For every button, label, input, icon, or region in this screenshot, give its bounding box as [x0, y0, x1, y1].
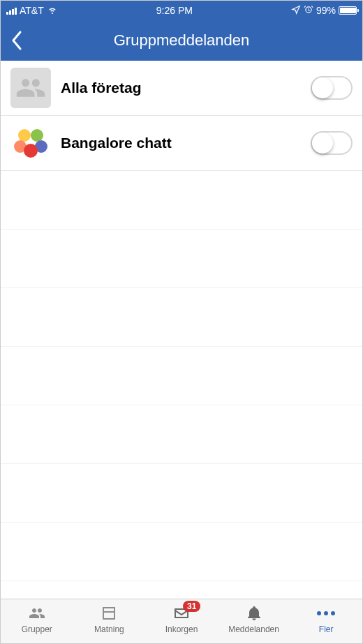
people-icon — [27, 604, 47, 623]
signal-icon — [6, 6, 17, 15]
status-bar: AT&T 9:26 PM 99% — [1, 1, 362, 20]
alarm-icon — [304, 5, 313, 17]
tab-grupper[interactable]: Grupper — [1, 604, 73, 634]
group-avatar-icon — [10, 123, 51, 163]
nav-bar: Gruppmeddelanden — [1, 20, 362, 61]
tab-bar: Grupper Matning 31 Inkorgen Meddelanden … — [1, 599, 362, 643]
group-avatar-icon — [10, 68, 51, 108]
inbox-badge: 31 — [183, 601, 200, 612]
list-separator — [1, 347, 362, 405]
tab-label: Meddelanden — [228, 624, 279, 634]
feed-icon — [99, 604, 119, 623]
group-list: Alla företag Bangalore chatt — [1, 61, 362, 581]
tab-meddelanden[interactable]: Meddelanden — [218, 604, 290, 634]
more-icon — [317, 604, 335, 623]
svg-point-4 — [24, 144, 38, 158]
toggle-knob — [312, 77, 333, 98]
tab-inkorgen[interactable]: 31 Inkorgen — [145, 604, 218, 634]
page-title: Gruppmeddelanden — [1, 31, 362, 50]
group-label: Bangalore chatt — [61, 135, 311, 151]
svg-point-1 — [31, 129, 43, 142]
bell-icon — [246, 604, 262, 623]
toggle-knob — [312, 133, 333, 153]
tab-label: Inkorgen — [165, 624, 198, 634]
tab-label: Fler — [319, 624, 334, 634]
battery-percent: 99% — [316, 5, 336, 16]
tab-fler[interactable]: Fler — [290, 604, 362, 634]
list-separator — [1, 230, 362, 288]
svg-point-0 — [18, 129, 31, 142]
tab-label: Matning — [94, 624, 124, 634]
carrier-label: AT&T — [20, 5, 44, 16]
wifi-icon — [47, 4, 58, 17]
group-row: Bangalore chatt — [1, 116, 362, 171]
location-arrow-icon — [291, 5, 301, 17]
status-left: AT&T — [6, 4, 58, 17]
tab-matning[interactable]: Matning — [73, 604, 146, 634]
group-row: Alla företag — [1, 61, 362, 116]
tab-label: Grupper — [22, 624, 52, 634]
list-separator — [1, 464, 362, 523]
group-label: Alla företag — [61, 80, 311, 96]
status-right: 99% — [291, 5, 357, 17]
battery-icon — [339, 6, 357, 15]
group-toggle[interactable] — [311, 76, 353, 100]
list-separator — [1, 523, 362, 581]
list-separator — [1, 171, 362, 230]
chevron-left-icon — [10, 30, 24, 51]
group-toggle[interactable] — [311, 131, 353, 155]
back-button[interactable] — [5, 29, 29, 52]
status-time: 9:26 PM — [156, 5, 193, 16]
list-separator — [1, 405, 362, 464]
list-separator — [1, 288, 362, 347]
